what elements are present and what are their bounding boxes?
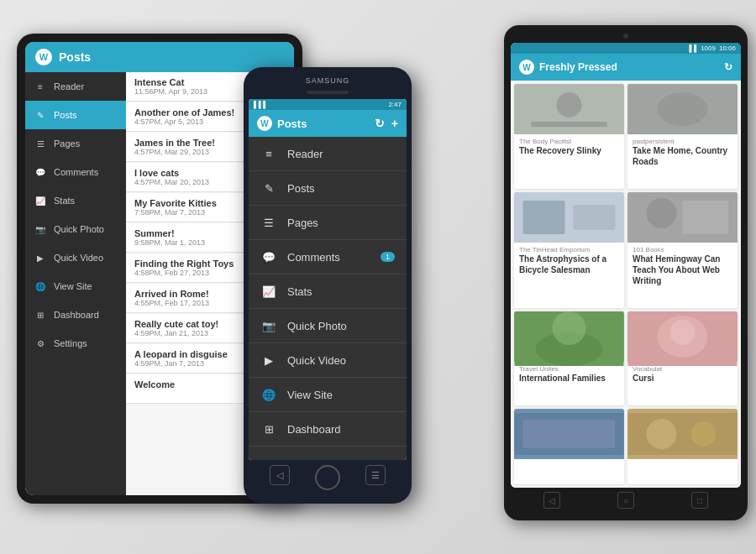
card-image-6 <box>514 409 624 459</box>
post-meta: 4:55PM, Feb 17, 2013 <box>134 299 209 307</box>
tr-card-5[interactable]: Vocabulat Cursi <box>627 311 738 405</box>
quickphoto-icon: 📷 <box>34 222 47 236</box>
sidebar-item-pages[interactable]: ☰ Pages <box>25 129 126 158</box>
home-button[interactable] <box>315 465 340 490</box>
sidebar-item-posts[interactable]: ✎ Posts <box>25 101 126 129</box>
settings-icon: ⚙ <box>34 337 47 350</box>
svg-point-20 <box>647 419 677 449</box>
card-cat-4: Travel Unites <box>519 365 619 373</box>
tr-time: 10:06 <box>719 44 736 52</box>
scene: W Posts ≡ Reader ✎ Posts ☰ Pages <box>0 0 756 554</box>
svg-rect-18 <box>523 420 616 448</box>
tr-title: Freshly Pressed <box>539 61 617 73</box>
viewsite-icon: 🌐 <box>34 280 47 293</box>
tablet-right: ▌▌ 1009 10:06 W Freshly Pressed ↻ <box>504 25 748 520</box>
menu-item-stats[interactable]: 📈 Stats <box>249 274 407 309</box>
sidebar-item-quickvideo[interactable]: ▶ Quick Video <box>25 243 126 272</box>
tr-home-button[interactable]: ○ <box>617 492 634 509</box>
card-body-7 <box>627 459 738 466</box>
sidebar-item-reader[interactable]: ≡ Reader <box>25 72 126 101</box>
add-post-icon[interactable]: + <box>391 117 398 130</box>
menu-item-pages[interactable]: ☰ Pages <box>249 206 407 240</box>
menu-item-posts[interactable]: ✎ Posts <box>249 171 407 206</box>
sidebar-item-viewsite[interactable]: 🌐 View Site <box>25 272 126 301</box>
comments-menu-label: Comments <box>287 251 340 264</box>
refresh-icon[interactable]: ↻ <box>375 117 385 130</box>
card-body-2: The TinHead Emporium The Astrophysics of… <box>514 243 624 279</box>
pages-menu-label: Pages <box>287 217 318 229</box>
reader-icon: ≡ <box>34 80 47 93</box>
card-image-2 <box>514 192 624 243</box>
sidebar-item-comments[interactable]: 💬 Comments <box>25 158 126 186</box>
tr-menu-button[interactable]: □ <box>691 492 708 509</box>
quickvideo-menu-icon: ▶ <box>260 352 277 368</box>
post-meta: 4:59PM, Jan 7, 2013 <box>134 359 204 368</box>
samsung-label: SAMSUNG <box>249 74 407 87</box>
tr-card-4[interactable]: Travel Unites International Families <box>514 311 624 405</box>
quickphoto-menu-label: Quick Photo <box>287 320 347 332</box>
menu-item-quickphoto[interactable]: 📷 Quick Photo <box>249 309 407 343</box>
status-time: 2:47 <box>388 101 402 108</box>
tr-wp-logo: W <box>519 60 534 75</box>
card-image-7 <box>627 409 738 459</box>
tr-card-7[interactable] <box>627 409 738 484</box>
post-meta: 4:57PM, Mar 20, 2013 <box>134 178 209 186</box>
svg-point-21 <box>691 421 717 447</box>
phone-bottom-bar: ◁ ☰ <box>249 460 407 492</box>
viewsite-menu-icon: 🌐 <box>260 386 277 403</box>
card-image-4 <box>514 311 624 362</box>
sidebar-quickphoto-label: Quick Photo <box>54 224 104 234</box>
card-image-0 <box>514 84 624 134</box>
svg-point-4 <box>658 92 708 126</box>
sidebar-item-stats[interactable]: 📈 Stats <box>25 186 126 215</box>
card-body-1: pastpersistent Take Me Home, Country Roa… <box>627 134 738 170</box>
tr-card-6[interactable] <box>514 409 624 484</box>
reader-menu-icon: ≡ <box>260 145 277 162</box>
svg-point-13 <box>553 311 586 345</box>
menu-item-dashboard[interactable]: ⊞ Dashboard <box>249 412 407 447</box>
dashboard-menu-label: Dashboard <box>287 423 341 436</box>
menu-item-comments[interactable]: 💬 Comments 1 <box>249 240 407 274</box>
sidebar-quickvideo-label: Quick Video <box>54 253 103 263</box>
tablet-left-title: Posts <box>59 50 91 64</box>
post-meta: 7:58PM, Mar 7, 2013 <box>134 208 205 217</box>
sidebar-item-dashboard[interactable]: ⊞ Dashboard <box>25 301 126 329</box>
svg-rect-7 <box>574 205 616 230</box>
tr-card-0[interactable]: The Body Pacifist The Recovery Slinky <box>514 84 624 189</box>
menu-button[interactable]: ☰ <box>365 465 386 485</box>
tr-header-left: W Freshly Pressed <box>519 60 617 75</box>
post-meta: 4:57PM, Apr 5, 2013 <box>134 118 203 126</box>
tr-refresh-icon[interactable]: ↻ <box>724 61 732 73</box>
posts-icon: ✎ <box>34 108 47 122</box>
phone-header: W Posts ↻ + <box>249 110 407 137</box>
card-image-5 <box>627 311 738 362</box>
menu-item-quickvideo[interactable]: ▶ Quick Video <box>249 343 407 378</box>
card-title-5: Cursi <box>633 373 732 384</box>
phone-header-icons: ↻ + <box>375 117 398 130</box>
card-cat-3: 101 Books <box>633 246 732 253</box>
menu-item-viewsite[interactable]: 🌐 View Site <box>249 378 407 412</box>
svg-point-16 <box>670 320 696 345</box>
card-title-2: The Astrophysics of a Bicycle Salesman <box>519 253 619 275</box>
sidebar-item-settings[interactable]: ⚙ Settings <box>25 329 126 358</box>
tablet-left-sidebar: ≡ Reader ✎ Posts ☰ Pages 💬 Comments <box>25 72 126 495</box>
card-image-3 <box>627 192 738 243</box>
posts-menu-label: Posts <box>287 182 315 195</box>
card-title-4: International Families <box>519 373 619 384</box>
comments-menu-icon: 💬 <box>260 248 277 265</box>
sidebar-reader-label: Reader <box>54 81 84 91</box>
sidebar-item-quickphoto[interactable]: 📷 Quick Photo <box>25 215 126 243</box>
tr-content-grid: The Body Pacifist The Recovery Slinky pa… <box>511 81 741 488</box>
sidebar-pages-label: Pages <box>54 138 80 149</box>
status-signal: ▌▌▌ <box>254 101 268 108</box>
tr-card-3[interactable]: 101 Books What Hemingway Can Teach You A… <box>627 192 738 308</box>
tr-signal: ▌▌ 1009 <box>690 44 716 52</box>
tr-back-button[interactable]: ◁ <box>543 492 560 509</box>
tr-card-2[interactable]: The TinHead Emporium The Astrophysics of… <box>514 192 624 308</box>
card-body-0: The Body Pacifist The Recovery Slinky <box>514 134 624 159</box>
card-cat-2: The TinHead Emporium <box>519 246 619 253</box>
menu-item-reader[interactable]: ≡ Reader <box>249 137 407 171</box>
tr-card-1[interactable]: pastpersistent Take Me Home, Country Roa… <box>627 84 738 189</box>
back-button[interactable]: ◁ <box>270 465 290 485</box>
pages-icon: ☰ <box>34 137 47 150</box>
